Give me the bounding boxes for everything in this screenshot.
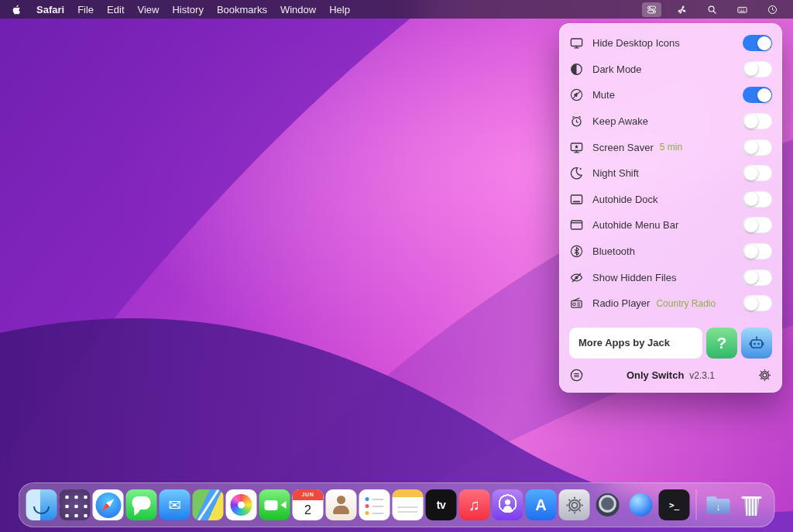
menu-safari[interactable]: Safari <box>36 4 64 15</box>
dock-blue-utility[interactable] <box>626 489 657 520</box>
switch-screen-saver[interactable] <box>743 139 772 156</box>
dock-tv[interactable]: tv <box>426 489 457 520</box>
toggle-label: Mute <box>592 89 615 101</box>
dock-icon <box>569 192 586 207</box>
toggle-row-autohide-dock: Autohide Dock <box>569 187 772 213</box>
calendar-day: 2 <box>293 500 324 520</box>
more-apps-button[interactable]: More Apps by Jack <box>569 328 702 359</box>
mute-icon <box>569 88 586 102</box>
robot-icon <box>747 334 766 352</box>
menu-bar-menus: SafariFileEditViewHistoryBookmarksWindow… <box>36 4 350 15</box>
fan-icon[interactable] <box>672 2 692 17</box>
music-glyph: ♫ <box>459 489 490 520</box>
toggle-label: Dark Mode <box>592 63 642 75</box>
dock-app-store[interactable]: A <box>526 489 557 520</box>
dock-divider <box>696 489 697 520</box>
moon-icon <box>569 166 586 180</box>
switch-autohide-dock[interactable] <box>743 191 772 208</box>
toggle-row-keep-awake: Keep Awake <box>569 108 772 135</box>
dock-mail[interactable]: ✉ <box>160 489 191 520</box>
switch-hide-desktop-icons[interactable] <box>743 35 772 51</box>
switch-dark-mode[interactable] <box>743 61 772 77</box>
toggle-row-night-shift: Night Shift <box>569 160 772 187</box>
screensaver-icon <box>569 140 586 155</box>
dock-trash[interactable] <box>736 489 767 520</box>
toggle-value: Country Radio <box>656 298 716 309</box>
toggle-row-show-hidden-files: Show Hidden Files <box>569 264 772 290</box>
switch-radio-player[interactable] <box>743 295 772 311</box>
menu-history[interactable]: History <box>172 4 203 15</box>
toggle-label: Autohide Dock <box>592 194 658 205</box>
help-button[interactable]: ? <box>706 328 737 359</box>
radio-icon <box>569 296 586 311</box>
toggle-label: Autohide Menu Bar <box>592 219 678 231</box>
dock-contacts[interactable] <box>326 489 357 520</box>
switch-bluetooth[interactable] <box>743 243 772 259</box>
only-switch-panel: Hide Desktop Icons Dark Mode Mute Keep A… <box>559 23 782 393</box>
menu-edit[interactable]: Edit <box>107 4 124 15</box>
search-icon[interactable] <box>702 2 722 17</box>
dock-safari[interactable] <box>93 489 124 520</box>
alarm-icon <box>569 114 586 129</box>
dock-finder[interactable] <box>26 489 57 520</box>
tv-glyph: tv <box>426 489 457 520</box>
calendar-month: JUN <box>293 489 324 500</box>
panel-footer: Only Switchv2.3.1 <box>569 368 772 383</box>
mail-glyph: ✉ <box>160 489 191 520</box>
dock-photos[interactable] <box>226 489 257 520</box>
toggle-label: Bluetooth <box>592 245 635 257</box>
toggle-label: Hide Desktop Icons <box>592 37 680 49</box>
menu-window[interactable]: Window <box>280 4 316 15</box>
switch-night-shift[interactable] <box>743 165 772 181</box>
clock-icon[interactable] <box>763 2 782 17</box>
hamburger-circle-icon <box>569 368 584 383</box>
dark-mode-icon <box>569 62 586 77</box>
dock-podcasts[interactable] <box>493 489 524 520</box>
toggle-list: Hide Desktop Icons Dark Mode Mute Keep A… <box>569 30 772 317</box>
toggle-label: Keep Awake <box>592 115 648 127</box>
switches-icon[interactable] <box>642 2 661 17</box>
dock-downloads[interactable]: ↓ <box>703 489 734 520</box>
dock-calendar[interactable]: JUN2 <box>293 489 324 520</box>
dock-reminders[interactable] <box>359 489 390 520</box>
robot-app-button[interactable] <box>741 328 772 359</box>
menu-file[interactable]: File <box>77 4 94 15</box>
downloads-glyph: ↓ <box>703 499 734 514</box>
menu-bar-status <box>642 2 782 17</box>
toggle-row-bluetooth: Bluetooth <box>569 239 772 265</box>
app-version: v2.3.1 <box>689 370 715 381</box>
dock-messages[interactable] <box>126 489 157 520</box>
settings-button[interactable] <box>757 368 772 383</box>
dock-facetime[interactable] <box>259 489 290 520</box>
display-icon <box>569 36 586 50</box>
menu-list-button[interactable] <box>569 368 584 383</box>
menu-bookmarks[interactable]: Bookmarks <box>217 4 267 15</box>
keyboard-icon[interactable] <box>733 2 752 17</box>
dock-maps[interactable] <box>193 489 224 520</box>
dock-lens-utility[interactable] <box>592 489 623 520</box>
menu-bar: SafariFileEditViewHistoryBookmarksWindow… <box>0 0 793 19</box>
toggle-row-autohide-menu-bar: Autohide Menu Bar <box>569 212 772 239</box>
desktop: SafariFileEditViewHistoryBookmarksWindow… <box>0 0 793 532</box>
toggle-row-screen-saver: Screen Saver 5 min <box>569 134 772 160</box>
menu-help[interactable]: Help <box>329 4 350 15</box>
switch-mute[interactable] <box>743 87 772 103</box>
bluetooth-icon <box>569 244 586 259</box>
menu-view[interactable]: View <box>138 4 160 15</box>
toggle-row-mute: Mute <box>569 82 772 108</box>
dock-launchpad[interactable] <box>60 489 91 520</box>
app-name: Only Switch <box>627 369 684 381</box>
toggle-value: 5 min <box>660 142 682 153</box>
switch-autohide-menu-bar[interactable] <box>743 217 772 233</box>
switch-keep-awake[interactable] <box>743 113 772 129</box>
dock-system-preferences[interactable] <box>559 489 590 520</box>
dock-terminal[interactable]: >_ <box>659 489 690 520</box>
switch-show-hidden-files[interactable] <box>743 269 772 286</box>
more-apps-label: More Apps by Jack <box>578 337 670 348</box>
dock-music[interactable]: ♫ <box>459 489 490 520</box>
gear-icon <box>564 495 585 516</box>
eye-slash-icon <box>569 270 586 285</box>
apple-logo[interactable] <box>11 4 22 15</box>
toggle-row-hide-desktop-icons: Hide Desktop Icons <box>569 30 772 57</box>
dock-notes[interactable] <box>393 489 424 520</box>
